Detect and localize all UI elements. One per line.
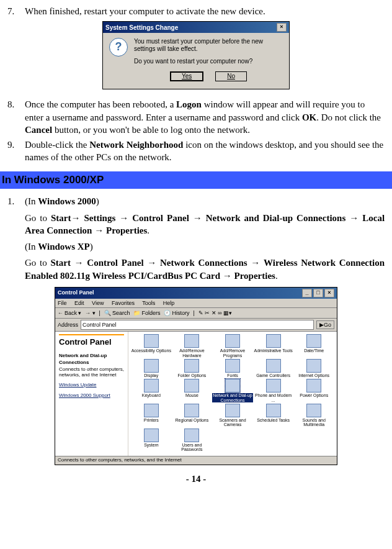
- applet-icon: [306, 334, 321, 348]
- minimize-icon[interactable]: _: [302, 289, 312, 297]
- search-button[interactable]: 🔍Search: [104, 309, 130, 317]
- applet-icon: [144, 429, 159, 442]
- cp-item[interactable]: Folder Options: [172, 359, 213, 378]
- win2000-label: (In Windows 2000): [25, 195, 385, 207]
- go-button[interactable]: ▶Go: [316, 320, 334, 329]
- cp-item-label: Accessibility Options: [131, 348, 171, 353]
- cp-title-text: Control Panel: [58, 289, 94, 297]
- cp-item-label: Keyboard: [142, 393, 161, 397]
- cp-item-label: Add/Remove Hardware: [172, 348, 213, 358]
- address-label: Address: [58, 321, 78, 329]
- cp-item-label: Regional Options: [176, 418, 209, 422]
- menu-favorites[interactable]: Favorites: [112, 300, 135, 306]
- close-icon[interactable]: ×: [324, 289, 334, 297]
- menu-help[interactable]: Help: [163, 300, 175, 306]
- cp-item[interactable]: Add/Remove Hardware: [172, 334, 213, 358]
- cp-side-desc: Connects to other computers, networks, a…: [59, 367, 124, 378]
- applet-icon: [184, 359, 199, 373]
- cp-side-title: Control Panel: [59, 334, 124, 348]
- cp-item-label: Phone and Modem ...: [253, 393, 294, 402]
- dialog-title-text: System Settings Change: [105, 24, 178, 32]
- cp-item[interactable]: Phone and Modem ...: [253, 379, 294, 402]
- section-header-win2000xp: In Windows 2000/XP: [0, 171, 392, 189]
- cp-item[interactable]: Internet Options: [293, 359, 334, 378]
- cp-item[interactable]: Printers: [131, 404, 172, 427]
- cp-item[interactable]: Display: [131, 359, 172, 378]
- yes-button[interactable]: Yes: [170, 71, 203, 81]
- system-settings-dialog: System Settings Change × ? You must rest…: [7, 21, 385, 89]
- cp-item-label: Network and Dial-up Connections: [212, 393, 253, 402]
- cp-item[interactable]: Add/Remove Programs: [212, 334, 253, 358]
- cp-item[interactable]: Network and Dial-up Connections: [212, 379, 253, 402]
- menu-tools[interactable]: Tools: [142, 300, 155, 306]
- menu-view[interactable]: View: [92, 300, 104, 306]
- step-7-num: 7.: [7, 5, 25, 17]
- cp-item[interactable]: Regional Options: [172, 404, 213, 427]
- close-icon[interactable]: ×: [277, 23, 287, 32]
- cp-statusbar: Connects to other computers, networks, a…: [55, 456, 337, 465]
- link-windows-update[interactable]: Windows Update: [59, 382, 124, 389]
- toolbar-extra-icons[interactable]: ✎ ✂ ✕ ∞ ▦▾: [198, 309, 232, 317]
- cp-item[interactable]: Fonts: [212, 359, 253, 378]
- step-8: 8. Once the computer has been rebooted, …: [7, 98, 385, 136]
- menu-edit[interactable]: Edit: [74, 300, 84, 306]
- cp-item-label: Display: [144, 373, 158, 378]
- cp-item[interactable]: Date/Time: [293, 334, 334, 358]
- applet-icon: [306, 404, 321, 417]
- cp-item-label: System: [144, 443, 158, 447]
- cp-item-label: Scanners and Cameras: [212, 418, 253, 427]
- back-button[interactable]: ← Back ▾: [58, 309, 81, 317]
- forward-button[interactable]: → ▾: [85, 309, 96, 317]
- applet-icon: [266, 404, 281, 417]
- winxp-label: (In Windows XP): [25, 240, 385, 253]
- step-9-text: Double-click the Network Neighborhood ic…: [25, 138, 385, 164]
- applet-icon: [225, 334, 240, 348]
- cp-item-label: Administrative Tools: [254, 348, 293, 353]
- cp-item[interactable]: Sounds and Multimedia: [293, 404, 334, 427]
- cp-item-label: Fonts: [227, 373, 238, 378]
- cp-item[interactable]: Power Options: [293, 379, 334, 402]
- control-panel-window: Control Panel _ □ × File Edit View Favor…: [55, 287, 337, 465]
- dialog-titlebar: System Settings Change ×: [103, 22, 289, 33]
- cp-item[interactable]: Game Controllers: [253, 359, 294, 378]
- dialog-msg2: Do you want to restart your computer now…: [134, 58, 283, 65]
- applet-icon: [225, 359, 240, 373]
- applet-icon: [184, 404, 199, 417]
- maximize-icon[interactable]: □: [313, 289, 323, 297]
- cp-item[interactable]: Accessibility Options: [131, 334, 172, 358]
- win2000-path: Go to Start→ Settings → Control Panel → …: [25, 212, 385, 237]
- step-9: 9. Double-click the Network Neighborhood…: [7, 138, 385, 164]
- cp-item[interactable]: Keyboard: [131, 379, 172, 402]
- step-9-num: 9.: [7, 138, 25, 164]
- applet-icon: [306, 379, 321, 392]
- applet-icon: [144, 334, 159, 348]
- step-7-text: When finished, restart your computer to …: [25, 5, 385, 17]
- page-footer: - 14 -: [7, 473, 385, 485]
- applet-icon: [144, 379, 159, 392]
- applet-icon: [266, 379, 281, 392]
- cp-item[interactable]: Users and Passwords: [172, 429, 213, 452]
- step-1-num: 1.: [7, 195, 25, 207]
- winxp-path: Go to Start → Control Panel → Network Co…: [25, 256, 385, 282]
- applet-icon: [184, 334, 199, 348]
- applet-icon: [266, 359, 281, 373]
- cp-item-label: Game Controllers: [256, 373, 290, 378]
- applet-icon: [184, 429, 199, 442]
- cp-sidepane: Control Panel Network and Dial-up Connec…: [55, 332, 128, 456]
- no-button[interactable]: No: [215, 71, 247, 81]
- cp-item[interactable]: Administrative Tools: [253, 334, 294, 358]
- menu-file[interactable]: File: [58, 300, 67, 306]
- cp-item[interactable]: Mouse: [172, 379, 213, 402]
- dialog-msg1: You must restart your computer before th…: [134, 38, 283, 53]
- folders-button[interactable]: 📁Folders: [133, 309, 160, 317]
- cp-item[interactable]: Scheduled Tasks: [253, 404, 294, 427]
- address-input[interactable]: [81, 320, 314, 330]
- step-7: 7. When finished, restart your computer …: [7, 5, 385, 17]
- link-win2000-support[interactable]: Windows 2000 Support: [59, 392, 124, 399]
- cp-item-label: Sounds and Multimedia: [293, 418, 334, 427]
- applet-icon: [184, 379, 199, 392]
- applet-icon: [225, 379, 240, 392]
- cp-item[interactable]: System: [131, 429, 172, 452]
- history-button[interactable]: 🕘History: [164, 309, 189, 317]
- cp-item[interactable]: Scanners and Cameras: [212, 404, 253, 427]
